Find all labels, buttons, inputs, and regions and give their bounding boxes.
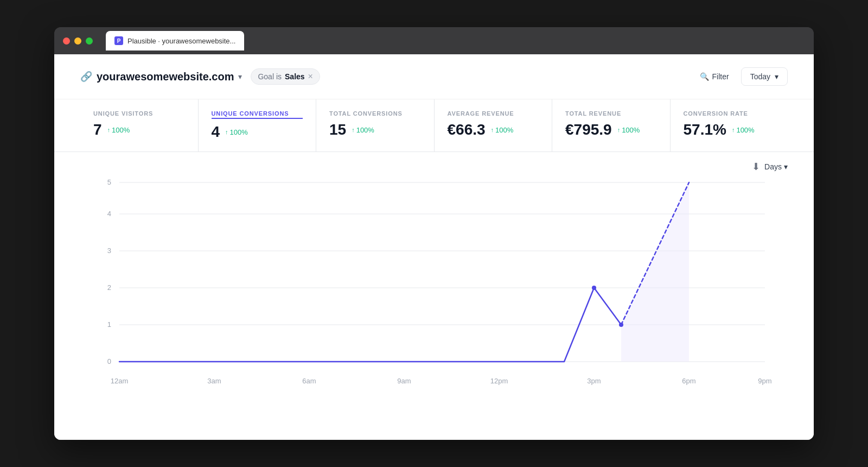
stat-value-unique-visitors: 7 xyxy=(93,121,102,138)
stat-value-total-revenue: €795.9 xyxy=(565,121,612,138)
traffic-lights xyxy=(63,37,93,45)
svg-text:2: 2 xyxy=(107,283,111,292)
stat-value-row-unique-conversions: 4 ↑ 100% xyxy=(212,123,303,141)
svg-text:5: 5 xyxy=(107,178,111,186)
header-right: 🔍 Filter Today ▾ xyxy=(694,67,788,86)
svg-text:6am: 6am xyxy=(302,377,316,385)
stat-label-unique-conversions[interactable]: UNIQUE CONVERSIONS xyxy=(212,110,303,119)
stat-unique-conversions[interactable]: UNIQUE CONVERSIONS 4 ↑ 100% xyxy=(199,99,317,152)
filter-button[interactable]: 🔍 Filter xyxy=(694,69,735,84)
stat-change-pct: 100% xyxy=(622,126,640,134)
stat-total-conversions[interactable]: TOTAL CONVERSIONS 15 ↑ 100% xyxy=(316,99,435,152)
days-label: Days xyxy=(764,162,782,171)
chart-area: ⬇ Days ▾ xyxy=(54,152,814,407)
stat-value-total-conversions: 15 xyxy=(329,121,346,138)
stat-change-pct: 100% xyxy=(230,128,248,136)
filter-close-button[interactable]: × xyxy=(308,72,313,81)
stat-total-revenue[interactable]: TOTAL REVENUE €795.9 ↑ 100% xyxy=(552,99,671,152)
page-content: 🔗 yourawesomewebsite.com ▾ Goal is Sales… xyxy=(54,54,814,440)
stat-avg-revenue[interactable]: AVERAGE REVENUE €66.3 ↑ 100% xyxy=(435,99,553,152)
svg-marker-20 xyxy=(621,182,689,362)
arrow-up-icon: ↑ xyxy=(617,127,621,133)
stat-label-total-conversions: TOTAL CONVERSIONS xyxy=(329,110,421,117)
header: 🔗 yourawesomewebsite.com ▾ Goal is Sales… xyxy=(54,54,814,99)
svg-text:12pm: 12pm xyxy=(490,377,508,385)
site-chevron-icon: ▾ xyxy=(238,72,242,81)
chart-controls: ⬇ Days ▾ xyxy=(80,161,788,173)
svg-text:3am: 3am xyxy=(207,377,221,385)
filter-label: Filter xyxy=(712,72,729,81)
site-selector[interactable]: 🔗 yourawesomewebsite.com ▾ xyxy=(80,71,242,83)
browser-tab[interactable]: P Plausible · yourawesomewebsite... xyxy=(106,31,244,51)
browser-content: 🔗 yourawesomewebsite.com ▾ Goal is Sales… xyxy=(54,54,814,440)
stat-value-row-total-revenue: €795.9 ↑ 100% xyxy=(565,121,657,138)
stat-change-pct: 100% xyxy=(356,126,374,134)
stat-value-avg-revenue: €66.3 xyxy=(448,121,486,138)
arrow-up-icon: ↑ xyxy=(352,127,355,133)
arrow-up-icon: ↑ xyxy=(491,127,494,133)
close-button[interactable] xyxy=(63,37,70,45)
stat-change-unique-visitors: ↑ 100% xyxy=(107,126,130,134)
download-button[interactable]: ⬇ xyxy=(752,161,760,173)
stat-change-pct: 100% xyxy=(736,126,754,134)
svg-text:1: 1 xyxy=(107,320,111,329)
stat-label-unique-visitors: UNIQUE VISITORS xyxy=(93,110,185,117)
stat-value-row-total-conversions: 15 ↑ 100% xyxy=(329,121,421,138)
stat-change-avg-revenue: ↑ 100% xyxy=(491,126,514,134)
browser-window: P Plausible · yourawesomewebsite... 🔗 yo… xyxy=(54,27,814,440)
svg-text:6pm: 6pm xyxy=(682,377,695,385)
goal-filter-tag: Goal is Sales × xyxy=(251,68,320,85)
maximize-button[interactable] xyxy=(86,37,93,45)
stat-change-pct: 100% xyxy=(495,126,513,134)
arrow-up-icon: ↑ xyxy=(107,127,111,133)
stats-row: UNIQUE VISITORS 7 ↑ 100% UNIQUE CONVERSI… xyxy=(54,99,814,152)
header-left: 🔗 yourawesomewebsite.com ▾ Goal is Sales… xyxy=(80,68,320,85)
stat-label-avg-revenue: AVERAGE REVENUE xyxy=(448,110,539,117)
browser-chrome: P Plausible · yourawesomewebsite... xyxy=(54,27,814,54)
svg-point-23 xyxy=(619,323,623,327)
arrow-up-icon: ↑ xyxy=(732,127,735,133)
svg-text:4: 4 xyxy=(107,210,111,218)
days-chevron-icon: ▾ xyxy=(784,162,788,171)
filter-prefix: Goal is xyxy=(258,72,282,81)
svg-point-22 xyxy=(592,286,596,290)
stat-label-total-revenue: TOTAL REVENUE xyxy=(565,110,657,117)
stat-change-pct: 100% xyxy=(112,126,130,134)
stat-change-total-revenue: ↑ 100% xyxy=(617,126,640,134)
svg-text:3pm: 3pm xyxy=(587,377,601,385)
date-label: Today xyxy=(750,72,770,81)
stat-unique-visitors[interactable]: UNIQUE VISITORS 7 ↑ 100% xyxy=(80,99,199,152)
svg-text:3: 3 xyxy=(107,247,111,255)
stat-value-row-unique-visitors: 7 ↑ 100% xyxy=(93,121,185,138)
stat-value-row-avg-revenue: €66.3 ↑ 100% xyxy=(448,121,539,138)
tab-title: Plausible · yourawesomewebsite... xyxy=(127,37,235,45)
stat-change-conversion-rate: ↑ 100% xyxy=(732,126,755,134)
date-chevron-icon: ▾ xyxy=(775,72,778,81)
stat-value-row-conversion-rate: 57.1% ↑ 100% xyxy=(684,121,775,138)
stat-change-total-conversions: ↑ 100% xyxy=(352,126,374,134)
arrow-up-icon: ↑ xyxy=(225,129,228,135)
stat-conversion-rate[interactable]: CONVERSION RATE 57.1% ↑ 100% xyxy=(671,99,788,152)
date-range-dropdown[interactable]: Today ▾ xyxy=(741,67,788,86)
stat-value-unique-conversions: 4 xyxy=(212,123,220,141)
filter-search-icon: 🔍 xyxy=(700,72,709,81)
filter-value: Sales xyxy=(285,72,305,81)
days-dropdown[interactable]: Days ▾ xyxy=(764,162,788,171)
stat-value-conversion-rate: 57.1% xyxy=(684,121,726,138)
minimize-button[interactable] xyxy=(74,37,81,45)
stat-change-unique-conversions: ↑ 100% xyxy=(225,128,248,136)
site-name: yourawesomewebsite.com xyxy=(97,71,234,83)
tab-favicon: P xyxy=(114,36,123,45)
line-chart: 0 1 2 3 4 5 12am 3am 6am 9am 12pm 3pm xyxy=(80,177,788,394)
chart-container: 0 1 2 3 4 5 12am 3am 6am 9am 12pm 3pm xyxy=(80,177,788,394)
stat-label-conversion-rate: CONVERSION RATE xyxy=(684,110,775,117)
svg-text:9pm: 9pm xyxy=(758,377,771,385)
svg-text:0: 0 xyxy=(107,357,111,365)
svg-text:12am: 12am xyxy=(111,377,129,385)
svg-text:9am: 9am xyxy=(397,377,411,385)
link-icon: 🔗 xyxy=(80,71,92,83)
